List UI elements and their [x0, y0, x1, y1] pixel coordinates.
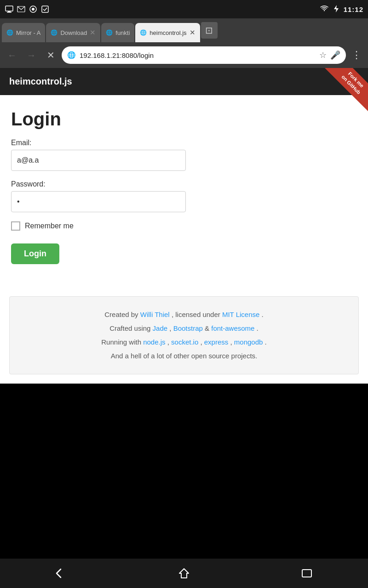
svg-rect-6	[42, 6, 48, 12]
svg-rect-0	[6, 6, 13, 11]
svg-rect-1	[8, 11, 11, 12]
site-footer: Created by Willi Thiel , licensed under …	[9, 296, 359, 374]
footer-period2: .	[257, 324, 259, 332]
footer-line2: Crafted using Jade , Bootstrap & font-aw…	[19, 322, 349, 335]
footer-running-text: Running with	[101, 338, 143, 346]
app-icon	[29, 5, 38, 14]
tab-label-1: Mirror - A	[16, 29, 40, 36]
footer-line3: Running with node.js , socket.io , expre…	[19, 335, 349, 349]
tab-download[interactable]: 🌐 Download ✕	[46, 23, 100, 42]
footer-comma3: ,	[200, 338, 204, 346]
footer-nodejs-link[interactable]: node.js	[143, 338, 165, 346]
footer-mit-link[interactable]: MIT License	[222, 311, 259, 318]
footer-ampersand: &	[205, 324, 211, 332]
status-bar-left	[5, 5, 50, 14]
status-bar: 11:12	[0, 0, 368, 18]
footer-crafted-text: Crafted using	[109, 324, 152, 332]
wifi-icon	[320, 5, 329, 14]
footer-comma4: ,	[230, 338, 234, 346]
lightning-icon	[333, 5, 340, 14]
login-area: Login Email: Password: Remember me Login	[0, 95, 368, 278]
footer-comma1: ,	[169, 324, 173, 332]
footer-mongodb-link[interactable]: mongodb	[234, 338, 263, 346]
email-label: Email:	[11, 139, 357, 147]
footer-period3: .	[265, 338, 267, 346]
tab-heimcontrol[interactable]: 🌐 heimcontrol.js ✕	[135, 23, 200, 42]
footer-socketio-link[interactable]: socket.io	[171, 338, 198, 346]
footer-comma2: ,	[167, 338, 171, 346]
tab-label-3: funkti	[115, 29, 130, 36]
microphone-icon[interactable]: 🎤	[330, 50, 340, 60]
tab-label-2: Download	[60, 29, 87, 36]
password-input[interactable]	[11, 191, 186, 212]
url-text: 192.168.1.21:8080/login	[80, 51, 316, 59]
check-icon	[40, 5, 50, 14]
back-button[interactable]	[47, 560, 75, 587]
recents-button[interactable]	[293, 560, 321, 587]
site-title: heimcontrol.js	[9, 76, 72, 86]
new-tab-icon: ⊡	[205, 25, 213, 36]
login-title: Login	[11, 109, 357, 130]
back-nav-button[interactable]: ←	[4, 47, 20, 63]
remember-checkbox[interactable]	[11, 221, 20, 231]
login-button[interactable]: Login	[11, 243, 59, 264]
site-navbar: heimcontrol.js Fork meon GitHub	[0, 68, 368, 95]
bookmark-icon[interactable]: ☆	[319, 50, 327, 60]
tab-label-4: heimcontrol.js	[150, 29, 186, 36]
footer-fontawesome-link[interactable]: font-awesome	[211, 324, 254, 332]
home-button[interactable]	[170, 560, 198, 587]
screen-icon	[5, 5, 14, 14]
gmail-icon	[17, 5, 26, 14]
browser-menu-button[interactable]: ⋮	[349, 46, 364, 64]
tab-close-4[interactable]: ✕	[190, 28, 196, 37]
tab-globe-3: 🌐	[106, 29, 113, 36]
footer-bootstrap-link[interactable]: Bootstrap	[173, 324, 203, 332]
svg-marker-7	[334, 5, 339, 12]
footer-line1: Created by Willi Thiel , licensed under …	[19, 308, 349, 322]
tab-globe-1: 🌐	[6, 29, 13, 36]
tab-mirror[interactable]: 🌐 Mirror - A	[2, 23, 45, 42]
svg-point-5	[32, 8, 34, 11]
footer-line4: And a hell of a lot of other open source…	[19, 349, 349, 363]
bottom-bar	[0, 559, 368, 588]
svg-rect-2	[7, 12, 12, 13]
tab-close-2[interactable]: ✕	[90, 28, 96, 37]
svg-rect-9	[302, 570, 311, 577]
address-bar: ← → ✕ 🌐 192.168.1.21:8080/login ☆ 🎤 ⋮	[0, 42, 368, 68]
tab-globe-4: 🌐	[140, 29, 147, 36]
footer-period1: .	[262, 311, 264, 318]
status-bar-right: 11:12	[320, 5, 363, 14]
tab-funkti[interactable]: 🌐 funkti	[101, 23, 134, 42]
remember-row: Remember me	[11, 221, 357, 231]
footer-willi-link[interactable]: Willi Thiel	[140, 311, 170, 318]
url-globe-icon: 🌐	[67, 51, 76, 59]
new-tab-button[interactable]: ⊡	[201, 22, 218, 39]
footer-licensed-text: , licensed under	[172, 311, 222, 318]
tab-bar: 🌐 Mirror - A 🌐 Download ✕ 🌐 funkti 🌐 hei…	[0, 18, 368, 42]
email-input[interactable]	[11, 150, 186, 171]
tab-globe-2: 🌐	[51, 29, 58, 36]
footer-express-link[interactable]: express	[204, 338, 229, 346]
password-label: Password:	[11, 180, 357, 188]
remember-label: Remember me	[25, 222, 74, 230]
reload-button[interactable]: ✕	[42, 47, 59, 63]
svg-marker-8	[179, 569, 189, 578]
clock: 11:12	[344, 6, 363, 13]
footer-jade-link[interactable]: Jade	[153, 324, 168, 332]
footer-created-text: Created by	[104, 311, 140, 318]
url-box[interactable]: 🌐 192.168.1.21:8080/login ☆ 🎤	[62, 46, 346, 64]
forward-nav-button[interactable]: →	[23, 47, 40, 63]
page-content: heimcontrol.js Fork meon GitHub Login Em…	[0, 68, 368, 384]
